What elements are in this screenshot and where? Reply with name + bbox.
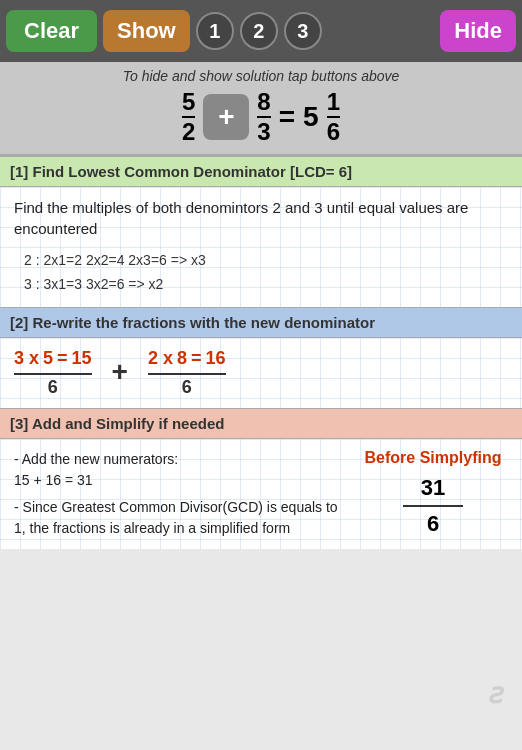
step2-left-mult: 3 x	[14, 348, 39, 369]
toolbar: Clear Show 1 2 3 Hide	[0, 0, 522, 62]
step1-button[interactable]: 1	[196, 12, 234, 50]
step1-line1: 2 : 2x1=2 2x2=4 2x3=6 => x3	[24, 249, 508, 273]
step2-left-top: 3 x 5 = 15	[14, 348, 92, 369]
step1-line2: 3 : 3x1=3 3x2=6 => x2	[24, 273, 508, 297]
step2-fraction-right: 2 x 8 = 16 6	[148, 348, 226, 398]
step2-left-num: 5	[43, 348, 53, 369]
step3-button[interactable]: 3	[284, 12, 322, 50]
step2-fraction-left: 3 x 5 = 15 6	[14, 348, 92, 398]
plus-operator: +	[203, 94, 249, 140]
fraction2-numerator: 8	[257, 90, 270, 114]
step3-content: - Add the new numerators: 15 + 16 = 31 -…	[0, 439, 522, 549]
result-denominator: 6	[427, 511, 439, 537]
fraction2-denominator: 3	[257, 120, 270, 144]
step2-button[interactable]: 2	[240, 12, 278, 50]
result-numerator: 31	[421, 475, 445, 501]
equals-sign: =	[279, 101, 295, 133]
step2-right-top: 2 x 8 = 16	[148, 348, 226, 369]
whole-number: 5	[303, 101, 319, 133]
step2-left-den: 6	[48, 377, 58, 398]
step1-description: Find the multiples of both denomintors 2…	[14, 197, 508, 239]
step3-text3: - Since Greatest Common Divisor(GCD) is …	[14, 497, 338, 539]
step2-content: 3 x 5 = 15 6 + 2 x 8 = 16 6	[0, 338, 522, 408]
hide-button[interactable]: Hide	[440, 10, 516, 52]
fraction3-denominator: 6	[327, 120, 340, 144]
result-fraction: 31 6	[403, 475, 463, 537]
step3-right: Before Simplyfing 31 6	[358, 449, 508, 539]
step1-multiples: 2 : 2x1=2 2x2=4 2x3=6 => x3 3 : 3x1=3 3x…	[24, 249, 508, 297]
equation-area: To hide and show solution tap buttons ab…	[0, 62, 522, 156]
step2-right-den: 6	[182, 377, 192, 398]
step3-text2: 15 + 16 = 31	[14, 470, 338, 491]
step2-left-result: 15	[72, 348, 92, 369]
step2-left-line	[14, 373, 92, 375]
before-simplify-label: Before Simplyfing	[365, 449, 502, 467]
fraction3: 1 6	[327, 90, 340, 144]
step2-right-eq: =	[191, 348, 202, 369]
step2-left-eq: =	[57, 348, 68, 369]
fraction1-denominator: 2	[182, 120, 195, 144]
step2-right-mult: 2 x	[148, 348, 173, 369]
step2-right-line	[148, 373, 226, 375]
step2-plus: +	[112, 356, 128, 398]
result-line	[403, 505, 463, 507]
step1-content: Find the multiples of both denomintors 2…	[0, 187, 522, 307]
clear-button[interactable]: Clear	[6, 10, 97, 52]
fraction3-numerator: 1	[327, 90, 340, 114]
fraction1-numerator: 5	[182, 90, 195, 114]
step2-right-num: 8	[177, 348, 187, 369]
hint-text: To hide and show solution tap buttons ab…	[10, 68, 512, 84]
step2-right-result: 16	[206, 348, 226, 369]
watermark: ƨ	[487, 677, 502, 710]
equation-row: 5 2 + 8 3 = 5 1 6	[10, 90, 512, 144]
step3-header: [3] Add and Simplify if needed	[0, 408, 522, 439]
step3-left: - Add the new numerators: 15 + 16 = 31 -…	[14, 449, 338, 539]
step1-header: [1] Find Lowest Common Denominator [LCD=…	[0, 156, 522, 187]
show-button[interactable]: Show	[103, 10, 190, 52]
step3-text1: - Add the new numerators:	[14, 449, 338, 470]
fraction1: 5 2	[182, 90, 195, 144]
step2-header: [2] Re-write the fractions with the new …	[0, 307, 522, 338]
fraction2: 8 3	[257, 90, 270, 144]
